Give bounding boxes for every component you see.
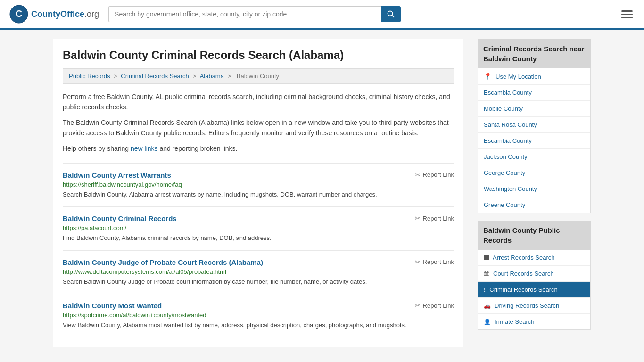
desc-para-3-prefix: Help others by sharing xyxy=(63,145,131,152)
breadcrumb: Public Records > Criminal Records Search… xyxy=(63,68,454,84)
report-link-2[interactable]: ✂ Report Link xyxy=(415,258,454,266)
svg-text:C: C xyxy=(16,8,22,19)
resource-title-3[interactable]: Baldwin County Most Wanted xyxy=(63,302,162,310)
resource-item: Baldwin County Arrest Warrants ✂ Report … xyxy=(63,163,454,207)
desc-para-2: The Baldwin County Criminal Records Sear… xyxy=(63,117,454,139)
hamburger-line xyxy=(621,10,633,12)
sidebar-item-arrest-records[interactable]: Arrest Records Search xyxy=(478,250,590,266)
new-links-link[interactable]: new links xyxy=(131,145,158,152)
jackson-county-link[interactable]: Jackson County xyxy=(484,153,528,160)
sidebar-item-escambia-1[interactable]: Escambia County xyxy=(478,85,590,101)
resource-url-1[interactable]: https://pa.alacourt.com/ xyxy=(63,224,454,231)
george-county-link[interactable]: George County xyxy=(484,169,525,176)
breadcrumb-baldwin-county: Baldwin County xyxy=(237,73,279,80)
search-bar xyxy=(108,6,401,22)
greene-county-link[interactable]: Greene County xyxy=(484,201,525,208)
sidebar-item-greene[interactable]: Greene County xyxy=(478,197,590,213)
arrest-icon xyxy=(484,255,489,260)
desc-para-3-suffix: and reporting broken links. xyxy=(158,145,238,152)
sidebar-item-washington[interactable]: Washington County xyxy=(478,181,590,197)
breadcrumb-sep: > xyxy=(192,73,198,80)
sidebar-nearby-section: Criminal Records Search near Baldwin Cou… xyxy=(478,39,591,213)
sidebar-item-criminal-records[interactable]: ! Criminal Records Search xyxy=(478,282,590,298)
desc-para-1: Perform a free Baldwin County, AL public… xyxy=(63,91,454,113)
scissors-icon-1: ✂ xyxy=(415,214,421,222)
use-my-location-link[interactable]: Use My Location xyxy=(495,73,541,80)
main-container: Baldwin County Criminal Records Search (… xyxy=(44,30,600,356)
escambia-county-link-2[interactable]: Escambia County xyxy=(484,137,532,144)
hamburger-line xyxy=(621,14,633,15)
driving-icon: 🚗 xyxy=(484,303,491,309)
sidebar-item-george[interactable]: George County xyxy=(478,165,590,181)
logo-icon: C xyxy=(9,5,28,24)
sidebar-item-jackson[interactable]: Jackson County xyxy=(478,149,590,165)
criminal-records-link[interactable]: Criminal Records Search xyxy=(489,286,558,293)
sidebar-item-escambia-2[interactable]: Escambia County xyxy=(478,133,590,149)
report-link-1[interactable]: ✂ Report Link xyxy=(415,214,454,222)
hamburger-menu-button[interactable] xyxy=(619,7,635,22)
sidebar-nearby-list: 📍 Use My Location Escambia County Mobile… xyxy=(478,68,591,213)
resource-title-1[interactable]: Baldwin County Criminal Records xyxy=(63,214,177,222)
sidebar-item-santa-rosa[interactable]: Santa Rosa County xyxy=(478,117,590,133)
search-button[interactable] xyxy=(381,6,401,22)
page-description: Perform a free Baldwin County, AL public… xyxy=(63,91,454,154)
resource-desc-1: Find Baldwin County, Alabama criminal re… xyxy=(63,233,454,243)
resource-item: Baldwin County Most Wanted ✂ Report Link… xyxy=(63,294,454,337)
washington-county-link[interactable]: Washington County xyxy=(484,185,537,192)
logo-text: CountyOffice.org xyxy=(31,9,99,19)
sidebar-public-records-section: Baldwin County Public Records Arrest Rec… xyxy=(478,221,591,330)
resource-list: Baldwin County Arrest Warrants ✂ Report … xyxy=(63,163,454,337)
sidebar-item-use-my-location[interactable]: 📍 Use My Location xyxy=(478,68,590,85)
sidebar-item-court-records[interactable]: 🏛 Court Records Search xyxy=(478,266,590,282)
criminal-icon: ! xyxy=(484,286,486,293)
search-input[interactable] xyxy=(108,6,381,22)
breadcrumb-public-records[interactable]: Public Records xyxy=(69,73,110,80)
resource-title-2[interactable]: Baldwin County Judge of Probate Court Re… xyxy=(63,258,263,266)
sidebar-nearby-header: Criminal Records Search near Baldwin Cou… xyxy=(478,39,591,68)
resource-desc-0: Search Baldwin County, Alabama arrest wa… xyxy=(63,190,454,199)
desc-para-3: Help others by sharing new links and rep… xyxy=(63,143,454,154)
hamburger-line xyxy=(621,17,633,18)
court-icon: 🏛 xyxy=(484,271,489,277)
main-content: Baldwin County Criminal Records Search (… xyxy=(53,39,463,347)
sidebar-public-records-list: Arrest Records Search 🏛 Court Records Se… xyxy=(478,250,591,330)
breadcrumb-criminal-records-search[interactable]: Criminal Records Search xyxy=(121,73,189,80)
court-records-link[interactable]: Court Records Search xyxy=(493,270,554,277)
sidebar-item-inmate-search[interactable]: 👤 Inmate Search xyxy=(478,314,590,329)
location-pin-icon: 📍 xyxy=(484,73,492,80)
svg-line-3 xyxy=(392,16,395,18)
report-link-0[interactable]: ✂ Report Link xyxy=(415,171,454,179)
sidebar: Criminal Records Search near Baldwin Cou… xyxy=(478,39,591,347)
svg-point-2 xyxy=(388,11,393,16)
resource-url-3[interactable]: https://spotcrime.com/al/baldwin+county/… xyxy=(63,312,454,319)
scissors-icon-3: ✂ xyxy=(415,302,421,309)
resource-title-0[interactable]: Baldwin County Arrest Warrants xyxy=(63,171,171,179)
breadcrumb-alabama[interactable]: Alabama xyxy=(200,73,224,80)
site-header: C CountyOffice.org xyxy=(0,0,644,30)
arrest-records-link[interactable]: Arrest Records Search xyxy=(493,254,555,261)
site-logo[interactable]: C CountyOffice.org xyxy=(9,5,99,24)
sidebar-item-driving-records[interactable]: 🚗 Driving Records Search xyxy=(478,298,590,314)
resource-desc-3: View Baldwin County, Alabama most wanted… xyxy=(63,321,454,330)
inmate-icon: 👤 xyxy=(484,319,491,325)
breadcrumb-sep: > xyxy=(228,73,233,80)
driving-records-link[interactable]: Driving Records Search xyxy=(495,302,559,309)
scissors-icon-0: ✂ xyxy=(415,171,421,179)
sidebar-item-mobile[interactable]: Mobile County xyxy=(478,101,590,117)
sidebar-public-records-header: Baldwin County Public Records xyxy=(478,221,591,250)
report-link-3[interactable]: ✂ Report Link xyxy=(415,302,454,309)
resource-url-0[interactable]: https://sheriff.baldwincountyal.gov/home… xyxy=(63,181,454,188)
inmate-search-link[interactable]: Inmate Search xyxy=(495,318,535,325)
breadcrumb-sep: > xyxy=(114,73,119,80)
scissors-icon-2: ✂ xyxy=(415,258,421,266)
resource-item: Baldwin County Criminal Records ✂ Report… xyxy=(63,206,454,250)
page-title: Baldwin County Criminal Records Search (… xyxy=(63,49,454,62)
search-icon xyxy=(387,10,395,18)
mobile-county-link[interactable]: Mobile County xyxy=(484,105,523,112)
resource-item: Baldwin County Judge of Probate Court Re… xyxy=(63,250,454,294)
santa-rosa-county-link[interactable]: Santa Rosa County xyxy=(484,121,537,128)
escambia-county-link-1[interactable]: Escambia County xyxy=(484,89,532,96)
resource-desc-2: Search Baldwin County Judge of Probate c… xyxy=(63,277,454,287)
resource-url-2[interactable]: http://www.deltacomputersystems.com/al/a… xyxy=(63,268,454,275)
